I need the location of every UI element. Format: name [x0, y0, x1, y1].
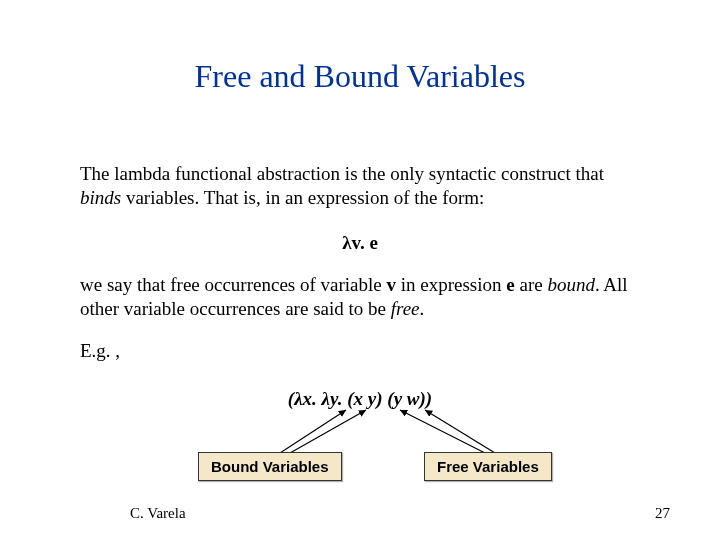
slide: Free and Bound Variables The lambda func… — [0, 0, 720, 540]
free-variables-label: Free Variables — [424, 452, 552, 481]
arrow-free-to-y — [400, 410, 485, 453]
bound-variables-label: Bound Variables — [198, 452, 342, 481]
intro-paragraph: The lambda functional abstraction is the… — [80, 162, 645, 210]
text-bound: bound — [547, 274, 595, 295]
text: are — [515, 274, 548, 295]
variable-v: v — [386, 274, 396, 295]
lambda-abstraction-form: λv. e — [0, 232, 720, 254]
definition-paragraph: we say that free occurrences of variable… — [80, 273, 660, 321]
text-binds: binds — [80, 187, 121, 208]
example-label: E.g. , — [80, 340, 120, 362]
arrow-bound-to-y — [290, 410, 366, 453]
text: The lambda functional abstraction is the… — [80, 163, 604, 184]
text: variables. That is, in an expression of … — [121, 187, 484, 208]
footer-author: C. Varela — [130, 505, 186, 522]
arrow-free-to-w — [425, 410, 495, 453]
text: in expression — [396, 274, 506, 295]
expression-e: e — [506, 274, 514, 295]
arrow-diagram — [270, 398, 540, 458]
text-free: free — [391, 298, 420, 319]
arrow-bound-to-x — [280, 410, 346, 453]
text: . — [420, 298, 425, 319]
text: we say that free occurrences of variable — [80, 274, 386, 295]
slide-title: Free and Bound Variables — [0, 58, 720, 95]
footer-page-number: 27 — [655, 505, 670, 522]
